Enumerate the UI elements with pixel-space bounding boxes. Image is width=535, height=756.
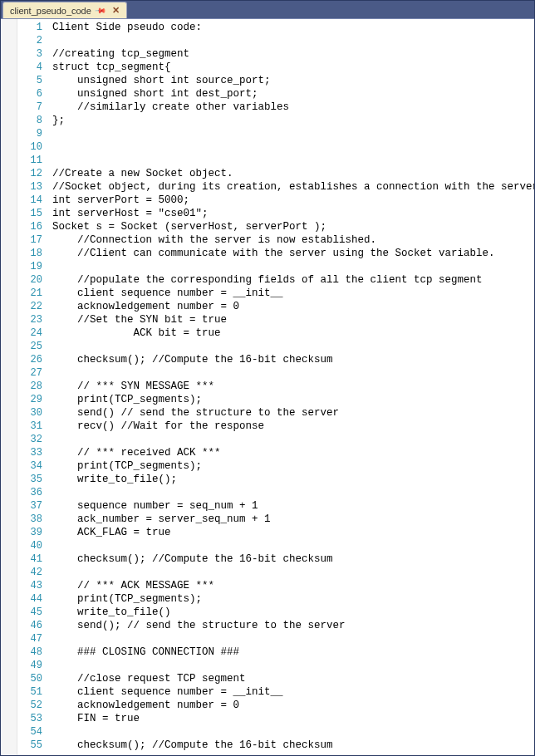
code-line[interactable] — [52, 140, 534, 154]
code-line[interactable] — [52, 486, 534, 499]
code-line[interactable]: ACK_FLAG = true — [52, 526, 534, 539]
code-line[interactable]: // *** ACK MESSAGE *** — [52, 579, 534, 592]
code-line[interactable]: client sequence number = __init__ — [52, 287, 534, 300]
code-line[interactable]: checksum(); //Compute the 16-bit checksu… — [52, 739, 534, 752]
line-number: 54 — [17, 725, 42, 739]
line-number: 28 — [17, 380, 42, 393]
line-number: 20 — [17, 273, 42, 287]
line-number: 23 — [17, 313, 42, 326]
code-line[interactable]: }; — [52, 114, 534, 127]
line-number: 11 — [17, 154, 42, 167]
line-number: 55 — [17, 739, 42, 752]
code-line[interactable]: ACK bit = true — [52, 326, 534, 340]
line-number: 1 — [17, 21, 42, 34]
code-line[interactable] — [52, 260, 534, 273]
code-line[interactable]: //Create a new Socket object. — [52, 167, 534, 180]
code-line[interactable]: send() // send the structure to the serv… — [52, 406, 534, 420]
line-number: 24 — [17, 326, 42, 340]
code-line[interactable]: client sequence number = __init__ — [52, 685, 534, 699]
code-line[interactable]: acknowledgement number = 0 — [52, 699, 534, 712]
code-line[interactable]: checksum(); //Compute the 16-bit checksu… — [52, 552, 534, 566]
line-number: 33 — [17, 446, 42, 459]
code-area[interactable]: Client Side pseudo code://creating tcp_s… — [47, 19, 534, 755]
line-number: 2 — [17, 34, 42, 47]
code-line[interactable]: // *** SYN MESSAGE *** — [52, 380, 534, 393]
line-number: 8 — [17, 114, 42, 127]
code-line[interactable]: unsigned short int source_port; — [52, 74, 534, 87]
line-number: 53 — [17, 712, 42, 725]
line-number: 18 — [17, 247, 42, 260]
line-number: 31 — [17, 420, 42, 433]
code-line[interactable] — [52, 127, 534, 140]
close-icon[interactable]: ✕ — [110, 5, 121, 16]
code-line[interactable]: int serverPort = 5000; — [52, 194, 534, 207]
breakpoint-margin[interactable] — [1, 19, 17, 755]
file-tab[interactable]: client_pseudo_code 📌 ✕ — [2, 2, 127, 18]
code-line[interactable] — [52, 154, 534, 167]
line-number: 51 — [17, 685, 42, 699]
line-number: 32 — [17, 433, 42, 446]
line-number: 15 — [17, 207, 42, 220]
code-line[interactable]: struct tcp_segment{ — [52, 61, 534, 74]
line-number: 26 — [17, 353, 42, 366]
line-number: 43 — [17, 579, 42, 592]
code-line[interactable]: Socket s = Socket (serverHost, serverPor… — [52, 220, 534, 233]
code-line[interactable] — [52, 433, 534, 446]
code-line[interactable]: //close request TCP segment — [52, 672, 534, 685]
code-line[interactable]: //creating tcp_segment — [52, 47, 534, 61]
code-line[interactable]: FIN = true — [52, 712, 534, 725]
code-line[interactable]: acknowledgement number = 0 — [52, 300, 534, 313]
code-line[interactable]: ack_number = server_seq_num + 1 — [52, 513, 534, 526]
line-number: 36 — [17, 486, 42, 499]
code-line[interactable]: write_to_file() — [52, 606, 534, 619]
code-line[interactable]: //Set the SYN bit = true — [52, 313, 534, 326]
code-line[interactable]: sequence number = seq_num + 1 — [52, 499, 534, 513]
code-editor[interactable]: 1234567891011121314151617181920212223242… — [1, 19, 534, 755]
code-line[interactable]: //populate the corresponding fields of a… — [52, 273, 534, 287]
line-number: 48 — [17, 646, 42, 659]
code-line[interactable] — [52, 725, 534, 739]
line-number: 10 — [17, 140, 42, 154]
pin-icon[interactable]: 📌 — [95, 4, 107, 17]
line-number: 22 — [17, 300, 42, 313]
code-line[interactable] — [52, 34, 534, 47]
line-number: 27 — [17, 366, 42, 380]
line-number: 46 — [17, 619, 42, 632]
code-line[interactable] — [52, 539, 534, 552]
code-line[interactable]: // *** received ACK *** — [52, 446, 534, 459]
code-line[interactable] — [52, 566, 534, 579]
code-line[interactable]: print(TCP_segments); — [52, 459, 534, 473]
code-line[interactable]: print(TCP_segments); — [52, 393, 534, 406]
code-line[interactable]: //Socket object, during its creation, es… — [52, 180, 534, 194]
code-line[interactable]: checksum(); //Compute the 16-bit checksu… — [52, 353, 534, 366]
line-number: 14 — [17, 194, 42, 207]
code-line[interactable]: print(TCP_segments); — [52, 592, 534, 606]
code-line[interactable] — [52, 366, 534, 380]
line-number: 16 — [17, 220, 42, 233]
code-line[interactable] — [52, 632, 534, 646]
code-line[interactable]: unsigned short int dest_port; — [52, 87, 534, 101]
code-line[interactable] — [52, 340, 534, 353]
line-number: 29 — [17, 393, 42, 406]
code-line[interactable]: //similarly create other variables — [52, 101, 534, 114]
line-number: 25 — [17, 340, 42, 353]
code-line[interactable]: Client Side pseudo code: — [52, 21, 534, 34]
line-number: 50 — [17, 672, 42, 685]
code-line[interactable]: recv() //Wait for the response — [52, 420, 534, 433]
line-number: 12 — [17, 167, 42, 180]
code-line[interactable]: send(); // send the structure to the ser… — [52, 619, 534, 632]
line-number: 7 — [17, 101, 42, 114]
code-line[interactable] — [52, 659, 534, 672]
code-line[interactable]: write_to_file(); — [52, 473, 534, 486]
code-line[interactable]: int serverHost = "cse01"; — [52, 207, 534, 220]
tab-title: client_pseudo_code — [10, 6, 91, 16]
line-number: 47 — [17, 632, 42, 646]
line-number: 5 — [17, 74, 42, 87]
code-line[interactable]: //Client can communicate with the server… — [52, 247, 534, 260]
code-line[interactable]: //Connection with the server is now esta… — [52, 233, 534, 247]
line-number: 19 — [17, 260, 42, 273]
editor-window: client_pseudo_code 📌 ✕ 12345678910111213… — [0, 0, 535, 756]
line-number: 9 — [17, 127, 42, 140]
code-line[interactable]: ### CLOSING CONNECTION ### — [52, 646, 534, 659]
line-number: 42 — [17, 566, 42, 579]
